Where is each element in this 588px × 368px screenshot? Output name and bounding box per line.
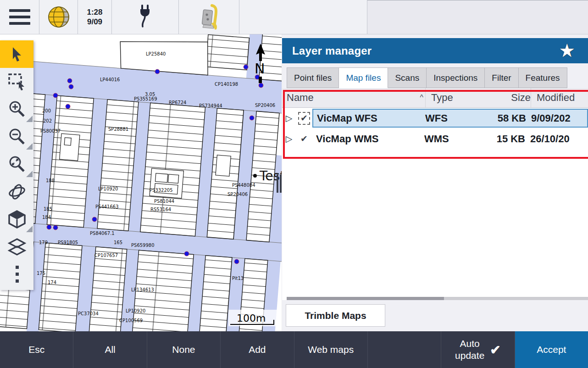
svg-text:LP10920: LP10920 bbox=[126, 308, 145, 313]
svg-text:CP100569: CP100569 bbox=[119, 318, 143, 323]
table-header: Name ^ Type Size Modified bbox=[282, 88, 588, 108]
svg-text:202: 202 bbox=[43, 118, 52, 123]
panel-header: Layer manager ★ bbox=[282, 38, 588, 63]
tool-flyout-indicator bbox=[26, 116, 33, 122]
softkey-bar: Esc All None Add Web maps Auto update ✔ … bbox=[0, 331, 588, 368]
select-tool-button[interactable] bbox=[0, 40, 33, 68]
main-menu-button[interactable] bbox=[0, 0, 39, 34]
tab-filter[interactable]: Filter bbox=[485, 67, 518, 88]
table-row[interactable]: ▷ ✔ VicMap WFS WFS 58 KB 9/09/202 bbox=[282, 108, 588, 128]
accept-button[interactable]: Accept bbox=[515, 331, 588, 368]
power-status-button[interactable] bbox=[112, 0, 179, 34]
column-header-name[interactable]: Name ^ bbox=[282, 92, 425, 104]
row-checkbox[interactable]: ✔ bbox=[299, 134, 309, 145]
statusbar-tray bbox=[367, 0, 588, 34]
expand-row-icon[interactable]: ▷ bbox=[282, 134, 296, 144]
svg-text:PS355169: PS355169 bbox=[134, 96, 157, 101]
svg-text:175: 175 bbox=[37, 271, 45, 276]
favorite-star-icon[interactable]: ★ bbox=[559, 40, 575, 61]
layers-icon bbox=[7, 238, 27, 256]
zoom-in-icon bbox=[8, 100, 26, 118]
zoom-out-tool-button[interactable] bbox=[0, 123, 33, 151]
column-header-type[interactable]: Type bbox=[425, 88, 477, 107]
svg-text:100m: 100m bbox=[237, 312, 266, 324]
column-header-size[interactable]: Size bbox=[477, 88, 531, 107]
status-date: 9/09 bbox=[87, 17, 102, 27]
horizontal-scrollbar[interactable] bbox=[287, 297, 588, 300]
map-globe-button[interactable] bbox=[39, 0, 78, 34]
svg-text:PS81044: PS81044 bbox=[154, 199, 174, 204]
svg-text:LP44016: LP44016 bbox=[100, 77, 120, 82]
power-plug-icon bbox=[136, 4, 155, 30]
file-size: 15 KB bbox=[474, 133, 525, 145]
svg-text:PS332205: PS332205 bbox=[150, 188, 173, 193]
instrument-status-button[interactable] bbox=[179, 0, 239, 34]
tab-features[interactable]: Features bbox=[519, 67, 567, 88]
more-tools-button[interactable] bbox=[0, 261, 33, 288]
web-maps-button[interactable]: Web maps bbox=[294, 331, 367, 368]
all-button[interactable]: All bbox=[73, 331, 146, 368]
add-button[interactable]: Add bbox=[220, 331, 294, 368]
map-view[interactable]: LP25840 CP140198 3.05 LP44016 46494 PS35… bbox=[0, 34, 282, 331]
svg-text:LP134613: LP134613 bbox=[131, 287, 154, 292]
zoom-extents-icon bbox=[8, 155, 26, 173]
ellipsis-icon bbox=[14, 265, 20, 284]
auto-update-button[interactable]: Auto update ✔ bbox=[441, 331, 514, 368]
auto-update-check-icon: ✔ bbox=[490, 342, 500, 357]
file-size: 58 KB bbox=[475, 112, 526, 124]
svg-text:SP20406: SP20406 bbox=[227, 192, 248, 197]
svg-text:CP140198: CP140198 bbox=[215, 82, 238, 87]
file-name: VicMap WMS bbox=[312, 133, 422, 145]
trimble-maps-button[interactable]: Trimble Maps bbox=[286, 304, 385, 327]
orbit-tool-button[interactable] bbox=[0, 178, 33, 206]
layer-manager-panel: Layer manager ★ Point files Map files Sc… bbox=[282, 34, 588, 331]
statusbar-spacer bbox=[239, 0, 367, 34]
svg-text:PS91805: PS91805 bbox=[58, 240, 78, 245]
svg-text:SP28881: SP28881 bbox=[108, 127, 128, 132]
clock-status[interactable]: 1:28 9/09 bbox=[78, 0, 112, 34]
map-toolbar bbox=[0, 40, 33, 290]
marquee-select-tool-button[interactable] bbox=[0, 68, 33, 95]
total-station-icon bbox=[199, 4, 219, 30]
svg-text:LP25840: LP25840 bbox=[146, 51, 166, 56]
trimble-access-screen: 1:28 9/09 bbox=[0, 0, 588, 368]
file-name: VicMap WFS bbox=[313, 112, 423, 124]
status-bar: 1:28 9/09 bbox=[0, 0, 588, 34]
row-content[interactable]: VicMap WFS WFS 58 KB 9/09/202 bbox=[312, 109, 588, 128]
column-header-modified[interactable]: Modified bbox=[531, 88, 588, 107]
scrollbar-thumb[interactable] bbox=[287, 297, 444, 300]
tool-flyout-indicator bbox=[26, 226, 33, 232]
tab-map-files[interactable]: Map files bbox=[339, 67, 388, 88]
globe-icon bbox=[46, 5, 71, 29]
svg-text:N: N bbox=[255, 61, 265, 77]
zoom-extents-tool-button[interactable] bbox=[0, 151, 33, 178]
table-row[interactable]: ▷ ✔ VicMap WMS WMS 15 KB 26/10/20 bbox=[282, 128, 588, 149]
layers-tool-button[interactable] bbox=[0, 233, 33, 261]
file-modified: 9/09/202 bbox=[526, 112, 587, 124]
tool-flyout-indicator bbox=[26, 171, 33, 177]
tab-point-files[interactable]: Point files bbox=[287, 67, 339, 88]
layer-manager-tabs: Point files Map files Scans Inspections … bbox=[287, 67, 567, 88]
svg-text:185: 185 bbox=[44, 206, 52, 212]
svg-text:188: 188 bbox=[46, 178, 55, 183]
svg-text:PS441663: PS441663 bbox=[95, 204, 119, 209]
zoom-in-tool-button[interactable] bbox=[0, 95, 33, 123]
svg-text:179: 179 bbox=[39, 240, 48, 245]
row-content[interactable]: VicMap WMS WMS 15 KB 26/10/20 bbox=[312, 129, 588, 148]
map-scale-bar: 100m bbox=[228, 310, 277, 326]
svg-text:184: 184 bbox=[42, 215, 51, 220]
esc-button[interactable]: Esc bbox=[0, 331, 73, 368]
none-button[interactable]: None bbox=[147, 331, 220, 368]
svg-text:SP20406: SP20406 bbox=[255, 103, 275, 108]
panel-title: Layer manager bbox=[292, 45, 372, 57]
tab-scans[interactable]: Scans bbox=[388, 67, 427, 88]
tab-inspections[interactable]: Inspections bbox=[427, 67, 485, 88]
cube-3d-icon bbox=[7, 210, 27, 229]
svg-text:PC37034: PC37034 bbox=[78, 311, 99, 316]
row-checkbox[interactable]: ✔ bbox=[298, 112, 310, 125]
view-3d-tool-button[interactable] bbox=[0, 206, 33, 233]
map-files-list: Name ^ Type Size Modified ▷ ✔ VicMap WFS… bbox=[282, 88, 588, 300]
expand-row-icon[interactable]: ▷ bbox=[282, 113, 296, 123]
svg-text:Pit13: Pit13 bbox=[232, 276, 244, 281]
tool-flyout-indicator bbox=[26, 143, 33, 150]
